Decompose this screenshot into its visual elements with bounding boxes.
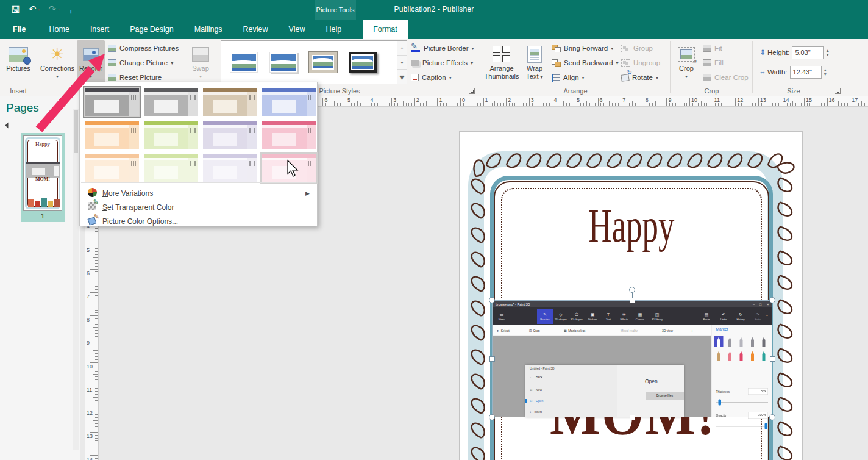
recolor-variant-washout-blue[interactable] bbox=[260, 86, 318, 118]
rotate-handle[interactable] bbox=[629, 287, 635, 293]
height-input[interactable]: 5.03" bbox=[792, 46, 824, 59]
clear-crop-button[interactable]: Clear Crop bbox=[703, 71, 749, 84]
menu-item-picture-color-options[interactable]: Picture Color Options... bbox=[81, 214, 316, 228]
paint3d-tool-2d-shapes: ◇2D shapes bbox=[553, 309, 569, 324]
recolor-variant-light-green[interactable] bbox=[142, 152, 200, 184]
recolor-variant-light-orange[interactable] bbox=[83, 152, 141, 184]
paint3d-subbar-item: ⋯ bbox=[703, 325, 706, 336]
height-spinner[interactable]: ▲▼ bbox=[825, 48, 829, 57]
tab-page-design[interactable]: Page Design bbox=[119, 20, 184, 39]
rotate-button[interactable]: Rotate▾ bbox=[621, 71, 658, 84]
width-input[interactable]: 12.43" bbox=[790, 66, 822, 79]
color-wheel-icon bbox=[88, 188, 97, 197]
pages-pane-scrollbar[interactable] bbox=[73, 109, 79, 450]
compress-pictures-button[interactable]: Compress Pictures bbox=[108, 41, 179, 55]
tab-file[interactable]: File bbox=[0, 20, 39, 39]
picture-effects-button[interactable]: Picture Effects▾ bbox=[411, 56, 473, 70]
paint3d-select: ➤Select bbox=[497, 325, 510, 336]
recolor-variant-grayscale[interactable] bbox=[142, 86, 200, 118]
pictures-button[interactable]: Pictures bbox=[2, 40, 35, 85]
paint3d-marker-panel: Marker Thickness 5px Opacity 100% bbox=[711, 325, 772, 417]
arrange-thumbnails-icon bbox=[493, 44, 511, 65]
recolor-variant-lavender[interactable] bbox=[201, 119, 259, 151]
tab-home[interactable]: Home bbox=[39, 20, 80, 39]
paint3d-canvas: Untitled - Paint 3D ←Back 🗋New 🗋Open ↓In… bbox=[493, 336, 711, 417]
tab-help[interactable]: Help bbox=[315, 20, 352, 39]
recolor-variant-light-pink[interactable] bbox=[260, 152, 318, 184]
arrange-thumbnails-button[interactable]: Arrange Thumbnails bbox=[484, 40, 519, 85]
wrap-text-button[interactable]: Wrap Text ▾ bbox=[521, 40, 548, 85]
paint3d-menu-open: 🗋Open bbox=[530, 399, 543, 403]
resize-handle-bottom[interactable] bbox=[630, 415, 635, 420]
card-text-happy[interactable]: Happy bbox=[549, 198, 715, 254]
tab-mailings[interactable]: Mailings bbox=[184, 20, 233, 39]
resize-handle-left[interactable] bbox=[489, 356, 495, 362]
crop-icon bbox=[678, 44, 695, 65]
fill-button[interactable]: Fill bbox=[703, 56, 724, 70]
pictures-label: Pictures bbox=[6, 65, 30, 73]
recolor-variant-orange[interactable] bbox=[83, 119, 141, 151]
recolor-variant-sepia[interactable] bbox=[201, 86, 259, 118]
page-thumbnail[interactable]: Happy MOM! bbox=[23, 135, 62, 211]
tab-view[interactable]: View bbox=[279, 20, 316, 39]
recolor-variant-pink[interactable] bbox=[260, 119, 318, 151]
swap-button[interactable]: Swap ▾ bbox=[185, 40, 216, 85]
change-picture-button[interactable]: Change Picture▾ bbox=[108, 56, 173, 70]
picture-border-icon bbox=[411, 44, 421, 52]
bring-forward-button[interactable]: Bring Forward▾ bbox=[552, 41, 613, 55]
recolor-variant-light-lavender[interactable] bbox=[201, 152, 259, 184]
gallery-scroll-down-icon[interactable]: ▼ bbox=[397, 56, 407, 70]
thumbnail-mom-text: MOM! bbox=[24, 176, 62, 182]
brush-tool-icon bbox=[737, 336, 746, 347]
menu-item-set-transparent-color[interactable]: Set Transparent Color bbox=[81, 200, 316, 214]
recolor-label: Recolor bbox=[79, 65, 102, 73]
picture-style-option-2[interactable] bbox=[266, 48, 301, 76]
send-backward-button[interactable]: Send Backward▾ bbox=[552, 56, 619, 70]
picture-styles-dialog-launcher-icon[interactable] bbox=[469, 88, 475, 94]
picture-styles-scrollbar: ▲ ▼ ▬▼ bbox=[397, 40, 407, 84]
menu-item-more-variations[interactable]: More Variations▶ bbox=[81, 186, 316, 200]
paint3d-menu-new: 🗋New bbox=[530, 388, 542, 392]
picture-border-button[interactable]: Picture Border▾ bbox=[411, 41, 474, 55]
recolor-variant-original[interactable] bbox=[83, 86, 141, 118]
size-dialog-launcher-icon[interactable] bbox=[835, 88, 841, 94]
height-field-row: ⇕ Height: 5.03" ▲▼ bbox=[758, 45, 830, 60]
ungroup-button[interactable]: Ungroup bbox=[621, 56, 660, 70]
reset-picture-icon bbox=[108, 74, 116, 81]
pane-collapse-icon[interactable] bbox=[5, 123, 12, 129]
align-button[interactable]: Align▾ bbox=[552, 71, 585, 84]
picture-style-option-4[interactable] bbox=[346, 48, 380, 76]
picture-style-option-1[interactable] bbox=[227, 48, 261, 76]
selected-picture-object[interactable]: browse.png* - Paint 3D –□✕ ▭Menu✎Brushes… bbox=[493, 301, 772, 417]
tab-insert[interactable]: Insert bbox=[80, 20, 119, 39]
window-title: Publication2 - Publisher bbox=[0, 5, 868, 13]
width-spinner[interactable]: ▲▼ bbox=[824, 68, 827, 76]
submenu-arrow-icon: ▶ bbox=[305, 190, 310, 196]
paint3d-tool-canvas: ▦Canvas bbox=[632, 309, 648, 324]
gallery-scroll-up-icon[interactable]: ▲ bbox=[397, 41, 407, 56]
picture-style-option-3[interactable] bbox=[306, 48, 340, 76]
paint3d-panel-title: Marker bbox=[716, 327, 728, 332]
ribbon-tabs: FileHomeInsertPage DesignMailingsReviewV… bbox=[0, 20, 868, 39]
corrections-label: Corrections bbox=[40, 65, 74, 73]
caption-button[interactable]: Caption▾ bbox=[411, 71, 452, 84]
resize-handle-right[interactable] bbox=[770, 356, 775, 362]
brush-tool-icon bbox=[760, 350, 769, 361]
resize-handle-top[interactable] bbox=[630, 298, 635, 303]
size-group-label: Size bbox=[763, 87, 824, 95]
compress-pictures-icon bbox=[108, 45, 116, 52]
resize-handle-top-left[interactable] bbox=[489, 297, 495, 303]
recolor-variant-green[interactable] bbox=[142, 119, 200, 151]
gallery-more-icon[interactable]: ▬▼ bbox=[397, 70, 407, 84]
fit-button[interactable]: Fit bbox=[703, 41, 722, 55]
tab-review[interactable]: Review bbox=[233, 20, 279, 39]
corrections-button[interactable]: ☀ Corrections ▾ bbox=[38, 40, 76, 85]
crop-button[interactable]: Crop ▾ bbox=[672, 40, 700, 85]
resize-handle-bottom-right[interactable] bbox=[769, 414, 775, 420]
tab-format[interactable]: Format bbox=[363, 20, 408, 39]
resize-handle-top-right[interactable] bbox=[769, 297, 775, 303]
group-button[interactable]: Group bbox=[621, 41, 653, 55]
recolor-button[interactable]: Recolor ▾ bbox=[77, 40, 105, 85]
resize-handle-bottom-left[interactable] bbox=[489, 414, 495, 420]
arrange-group-label: Arrange bbox=[536, 87, 615, 95]
